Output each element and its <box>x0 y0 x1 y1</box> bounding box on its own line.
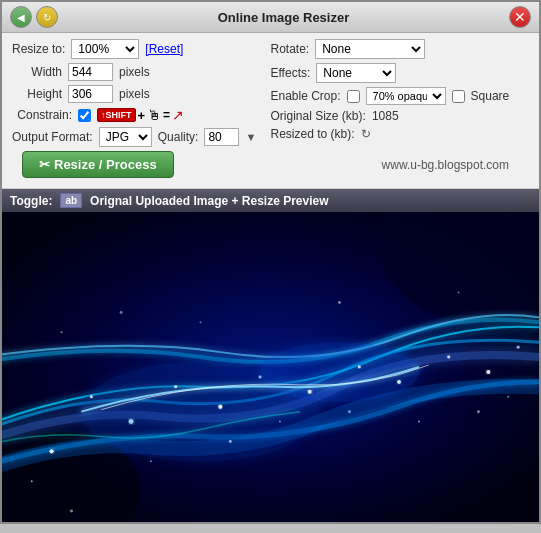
resize-to-row: Resize to: 100% 75% 50% 25% Custom [Rese… <box>12 39 271 59</box>
toggle-label: Toggle: <box>10 194 52 208</box>
refresh-button[interactable]: ↻ <box>36 6 58 28</box>
resized-to-label: Resized to (kb): <box>271 127 355 141</box>
svg-point-17 <box>31 480 33 482</box>
constrain-icons: ↑SHIFT + 🖱 = ↗ <box>97 107 184 123</box>
svg-point-21 <box>279 421 281 423</box>
plus-symbol: + <box>138 108 146 123</box>
height-label: Height <box>12 87 62 101</box>
height-row: Height pixels <box>12 85 271 103</box>
svg-point-18 <box>70 509 73 512</box>
rotate-row: Rotate: None 90 CW 90 CCW 180 <box>271 39 530 59</box>
svg-point-19 <box>150 460 152 462</box>
original-size-value: 1085 <box>372 109 399 123</box>
width-input[interactable] <box>68 63 113 81</box>
svg-point-12 <box>358 366 361 369</box>
wave-svg <box>2 212 539 522</box>
resize-to-label: Resize to: <box>12 42 65 56</box>
height-pixels-label: pixels <box>119 87 150 101</box>
website-text: www.u-bg.blogspot.com <box>382 158 519 172</box>
scissors-icon: ✂ <box>39 157 50 172</box>
reset-link[interactable]: [Reset] <box>145 42 183 56</box>
arrow-icon: ↗ <box>172 107 184 123</box>
svg-point-29 <box>338 301 341 304</box>
toggle-icon-button[interactable]: ab <box>60 193 82 208</box>
width-row: Width pixels <box>12 63 271 81</box>
svg-point-11 <box>308 390 312 394</box>
output-format-select[interactable]: JPG PNG GIF BMP <box>99 127 152 147</box>
width-pixels-label: pixels <box>119 65 150 79</box>
shift-badge: ↑SHIFT <box>97 108 136 122</box>
svg-point-16 <box>517 346 520 349</box>
rotate-label: Rotate: <box>271 42 310 56</box>
square-checkbox[interactable] <box>452 90 465 103</box>
enable-crop-row: Enable Crop: 70% opaque 50% opaque 100% … <box>271 87 530 105</box>
quality-label: Quality: <box>158 130 199 144</box>
svg-point-6 <box>90 395 93 398</box>
title-bar-left: ◀ ↻ <box>10 6 58 28</box>
svg-point-25 <box>507 396 509 398</box>
effects-select[interactable]: None Grayscale Sepia Blur <box>316 63 396 83</box>
original-size-label: Original Size (kb): <box>271 109 366 123</box>
toggle-text: Orignal Uploaded Image + Resize Preview <box>90 194 328 208</box>
lock-icon: 🖱 <box>147 107 161 123</box>
enable-crop-checkbox[interactable] <box>347 90 360 103</box>
bottom-toolbar: ✂ Resize / Process www.u-bg.blogspot.com <box>12 147 529 182</box>
image-preview <box>2 212 539 522</box>
svg-point-24 <box>477 410 480 413</box>
resized-to-spinner: ↻ <box>361 127 371 141</box>
svg-point-15 <box>486 370 490 374</box>
svg-point-8 <box>174 385 177 388</box>
col-right: Rotate: None 90 CW 90 CCW 180 Effects: N… <box>271 39 530 147</box>
window-title: Online Image Resizer <box>58 10 509 25</box>
close-button[interactable]: ✕ <box>509 6 531 28</box>
original-size-row: Original Size (kb): 1085 <box>271 109 530 123</box>
main-toolbar: Resize to: 100% 75% 50% 25% Custom [Rese… <box>2 33 539 189</box>
svg-point-22 <box>348 410 351 413</box>
toggle-bar: Toggle: ab Orignal Uploaded Image + Resi… <box>2 189 539 212</box>
resize-process-button[interactable]: ✂ Resize / Process <box>22 151 174 178</box>
effects-row: Effects: None Grayscale Sepia Blur <box>271 63 530 83</box>
constrain-checkbox[interactable] <box>78 109 91 122</box>
svg-point-4 <box>260 342 419 402</box>
svg-point-7 <box>129 419 134 424</box>
constrain-row: Constrain: ↑SHIFT + 🖱 = ↗ <box>12 107 271 123</box>
enable-crop-label: Enable Crop: <box>271 89 341 103</box>
col-left: Resize to: 100% 75% 50% 25% Custom [Rese… <box>12 39 271 147</box>
rotate-select[interactable]: None 90 CW 90 CCW 180 <box>315 39 425 59</box>
svg-point-26 <box>61 331 63 333</box>
svg-point-28 <box>200 321 202 323</box>
svg-point-23 <box>418 421 420 423</box>
output-format-row: Output Format: JPG PNG GIF BMP Quality: … <box>12 127 271 147</box>
effects-label: Effects: <box>271 66 311 80</box>
svg-point-10 <box>259 375 262 378</box>
svg-point-27 <box>120 311 123 314</box>
equals-symbol: = <box>163 108 170 122</box>
width-label: Width <box>12 65 62 79</box>
wave-background <box>2 212 539 522</box>
constrain-label: Constrain: <box>12 108 72 122</box>
quality-input[interactable] <box>204 128 239 146</box>
output-format-label: Output Format: <box>12 130 93 144</box>
resize-to-select[interactable]: 100% 75% 50% 25% Custom <box>71 39 139 59</box>
opaque-select[interactable]: 70% opaque 50% opaque 100% opaque <box>366 87 446 105</box>
back-button[interactable]: ◀ <box>10 6 32 28</box>
resize-button-label: Resize / Process <box>54 157 157 172</box>
svg-point-20 <box>229 440 232 443</box>
title-bar: ◀ ↻ Online Image Resizer ✕ <box>2 2 539 33</box>
resized-to-row: Resized to (kb): ↻ <box>271 127 530 141</box>
main-window: ◀ ↻ Online Image Resizer ✕ Resize to: 10… <box>0 0 541 524</box>
svg-point-30 <box>458 292 460 294</box>
square-label: Square <box>471 89 510 103</box>
height-input[interactable] <box>68 85 113 103</box>
toolbar-columns: Resize to: 100% 75% 50% 25% Custom [Rese… <box>12 39 529 147</box>
svg-point-14 <box>447 356 450 359</box>
